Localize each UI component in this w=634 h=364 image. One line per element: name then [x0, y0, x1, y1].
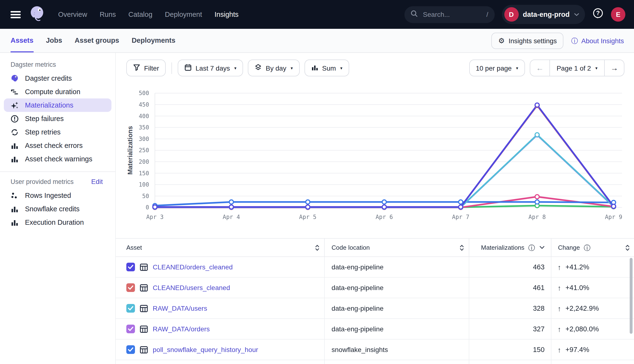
materializations-value: 150: [533, 346, 544, 354]
info-icon[interactable]: ⓘ: [528, 244, 535, 251]
column-header-asset[interactable]: Asset: [116, 239, 325, 256]
top-nav-link-deployment[interactable]: Deployment: [165, 10, 202, 18]
row-checkbox[interactable]: [126, 304, 135, 312]
asset-link[interactable]: CLEANED/orders_cleaned: [153, 263, 233, 271]
top-nav-link-runs[interactable]: Runs: [100, 10, 116, 18]
chevron-down-icon: [574, 13, 579, 16]
next-page-button[interactable]: →: [605, 60, 624, 76]
gear-icon: ⚙: [498, 37, 505, 44]
about-insights-label: About Insights: [582, 37, 624, 44]
aggregation-dropdown[interactable]: Sum ▾: [304, 60, 349, 76]
change-value: +2,080.0%: [566, 325, 599, 333]
svg-text:?: ?: [596, 10, 600, 16]
page-selector[interactable]: Page 1 of 2 ▾: [550, 60, 605, 76]
granularity-dropdown[interactable]: By day ▾: [248, 60, 300, 76]
column-header-materializations[interactable]: Materializationsⓘ: [470, 239, 552, 256]
filter-button[interactable]: Filter: [126, 60, 166, 76]
table-row: RAW_DATA/usersdata-eng-pipeline328↑+2,24…: [116, 298, 634, 319]
change-cell: ↑+97.4%: [552, 340, 634, 360]
info-icon[interactable]: ⓘ: [584, 244, 590, 251]
column-header-code-location[interactable]: Code location: [325, 239, 470, 256]
code-location-cell: data-eng-pipeline: [325, 278, 470, 298]
chart-point: [306, 200, 310, 204]
org-switcher[interactable]: D data-eng-prod: [502, 5, 585, 24]
sidebar-item-materializations[interactable]: Materializations: [4, 98, 112, 112]
sidebar-item-asset-check-errors[interactable]: Asset check errors: [4, 139, 112, 152]
sidebar-item-label: Execution Duration: [25, 218, 84, 226]
change-value: +97.4%: [566, 346, 589, 354]
sidebar-item-compute-duration[interactable]: Compute duration: [4, 85, 112, 98]
pagination-control: ← Page 1 of 2 ▾ →: [530, 60, 624, 76]
chart-point: [459, 200, 463, 204]
per-page-dropdown[interactable]: 10 per page ▾: [469, 60, 525, 76]
code-location-label: snowflake_insights: [332, 346, 388, 354]
sorted-descending-icon: [540, 246, 545, 249]
sidebar-item-asset-check-warnings[interactable]: Asset check warnings: [4, 152, 112, 166]
top-nav-link-overview[interactable]: Overview: [58, 10, 87, 18]
row-checkbox[interactable]: [126, 345, 135, 354]
row-checkbox[interactable]: [126, 263, 135, 271]
insights-settings-button[interactable]: ⚙ Insights settings: [492, 32, 564, 49]
y-axis-tick-label: 0: [146, 204, 149, 211]
asset-link[interactable]: CLEANED/users_cleaned: [153, 284, 230, 292]
x-axis-tick-label: Apr 3: [146, 214, 164, 220]
dagster-logo-icon[interactable]: [28, 5, 46, 24]
scrollbar-thumb[interactable]: [630, 258, 632, 334]
asset-link[interactable]: RAW_DATA/orders: [153, 325, 210, 333]
chart-point: [535, 103, 539, 107]
sort-icon[interactable]: [315, 244, 320, 251]
sidebar-item-rows-ingested[interactable]: Rows Ingested: [4, 189, 112, 202]
code-location-label: data-eng-pipeline: [332, 284, 384, 292]
sort-icon[interactable]: [625, 244, 630, 251]
y-axis-tick-label: 350: [139, 124, 149, 131]
materializations-cell: 463: [470, 257, 552, 277]
asset-link[interactable]: poll_snowflake_query_history_hour: [153, 346, 258, 354]
sort-icon[interactable]: [460, 244, 464, 251]
sidebar-item-snowflake-credits[interactable]: Snowflake credits: [4, 202, 112, 216]
row-checkbox[interactable]: [126, 324, 135, 333]
y-axis-tick-label: 450: [139, 101, 149, 108]
code-location-cell: data-eng-pipeline: [325, 360, 470, 364]
sidebar-item-dagster-credits[interactable]: Dagster credits: [4, 72, 112, 85]
row-checkbox[interactable]: [126, 283, 135, 292]
sidebar-item-step-retries[interactable]: Step retries: [4, 125, 112, 139]
table-row: poll_snowflake_query_history_hoursnowfla…: [116, 340, 634, 360]
refresh-icon: [10, 128, 19, 136]
tab-asset-groups[interactable]: Asset groups: [75, 29, 119, 52]
asset-cell: CLEANED/…: [116, 360, 325, 364]
hamburger-menu-icon[interactable]: [10, 11, 21, 18]
column-header-change[interactable]: Changeⓘ: [552, 239, 634, 256]
tab-assets[interactable]: Assets: [10, 29, 34, 52]
up-arrow-icon: ↑: [558, 325, 561, 333]
tab-deployments[interactable]: Deployments: [132, 29, 175, 52]
y-axis-tick-label: 50: [142, 193, 149, 200]
x-axis-tick-label: Apr 7: [452, 214, 469, 220]
edit-metrics-link[interactable]: Edit: [91, 178, 103, 185]
about-insights-link[interactable]: ⓘ About Insights: [571, 37, 624, 44]
date-range-label: Last 7 days: [196, 64, 230, 72]
previous-page-button[interactable]: ←: [530, 60, 550, 76]
change-cell: [552, 360, 634, 364]
chart-line-raw-data-users: [155, 135, 614, 207]
top-nav-link-insights[interactable]: Insights: [214, 10, 238, 18]
code-location-cell: data-eng-pipeline: [325, 257, 470, 277]
help-icon[interactable]: ?: [592, 8, 604, 21]
search-box[interactable]: /: [404, 6, 494, 23]
search-shortcut-hint: /: [486, 10, 488, 18]
user-avatar[interactable]: E: [611, 7, 625, 22]
code-location-label: data-eng-pipeline: [332, 263, 384, 271]
table-row: CLEANED/…data-eng-pipeline: [116, 360, 634, 364]
chart-point: [535, 133, 539, 137]
aggregation-label: Sum: [322, 64, 336, 72]
search-input[interactable]: [422, 10, 482, 19]
sidebar-item-execution-duration[interactable]: Execution Duration: [4, 216, 112, 229]
date-range-dropdown[interactable]: Last 7 days ▾: [178, 60, 243, 76]
up-arrow-icon: ↑: [558, 304, 561, 312]
tab-jobs[interactable]: Jobs: [46, 29, 62, 52]
asset-link[interactable]: RAW_DATA/users: [153, 304, 207, 312]
chart-point: [612, 204, 616, 208]
x-axis-tick-label: Apr 6: [376, 214, 393, 220]
sidebar-item-step-failures[interactable]: Step failures: [4, 112, 112, 125]
top-nav-link-catalog[interactable]: Catalog: [128, 10, 152, 18]
bar-chart-icon: [10, 205, 19, 213]
